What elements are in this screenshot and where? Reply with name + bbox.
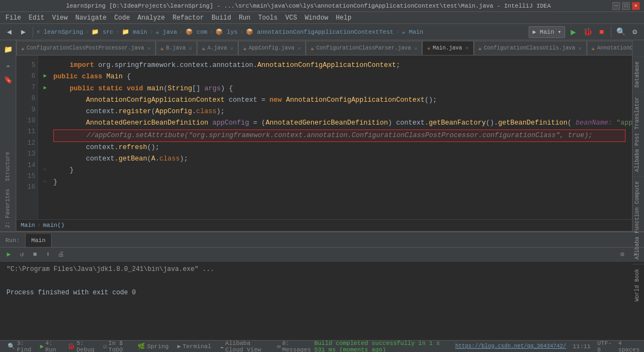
status-todo[interactable]: ☑ In $ ToDO (100, 339, 133, 353)
menu-vcs[interactable]: VCS (282, 13, 301, 23)
menu-help[interactable]: Help (332, 13, 355, 23)
tab-close-main-icon[interactable]: ✕ (465, 45, 468, 51)
stop-button[interactable]: ■ (596, 26, 608, 38)
code-line-10: AnnotatedGenericBeanDefinition appConfig… (45, 118, 626, 129)
bottom-tab-main[interactable]: Main (26, 234, 51, 247)
menu-tools[interactable]: Tools (255, 13, 281, 23)
file-tabs: ☕ ConfigurationClassPostProcessor.java ✕… (16, 40, 632, 55)
code-line-13: context.getBean(A.class); (45, 153, 626, 165)
breadcrumb-main[interactable]: Main (21, 222, 35, 229)
spring-icon: 🌿 (138, 343, 145, 350)
status-alibaba-cloud[interactable]: ☁ Alibaba Cloud View (216, 339, 271, 353)
code-line-15: ▷ } (45, 177, 626, 188)
tab-bjava[interactable]: ☕ B.java ✕ (156, 41, 197, 55)
menu-build[interactable]: Build (208, 13, 234, 23)
breadcrumb-method[interactable]: main() (43, 222, 65, 229)
main-label: 📁 main (122, 28, 147, 35)
bottom-content: "C:\Program Files\Java\jdk1.8.0_241\bin\… (0, 262, 644, 340)
menu-edit[interactable]: Edit (26, 13, 48, 23)
menu-view[interactable]: View (49, 13, 71, 23)
tab-label-b: B.java (166, 45, 185, 51)
java-file-icon-main: ☕ (427, 45, 430, 51)
scroll-end-button[interactable]: ⬇ (42, 249, 53, 260)
forward-button[interactable]: ▶ (17, 26, 29, 38)
menu-run[interactable]: Run (236, 13, 254, 23)
status-cursor[interactable]: 11:11 (573, 343, 591, 350)
menu-window[interactable]: Window (301, 13, 331, 23)
tab-appconfig[interactable]: ☕ AppConfig.java ✕ (238, 41, 306, 55)
status-messages[interactable]: ✉ 8: Messages (274, 339, 314, 353)
menu-code[interactable]: Code (111, 13, 133, 23)
sidebar-project-icon[interactable]: 📁 (1, 42, 15, 57)
settings-run-button[interactable]: ⚙ (617, 249, 628, 260)
code-content[interactable]: import org.springframework.context.annot… (38, 55, 632, 219)
status-terminal[interactable]: ▶ Terminal (174, 342, 214, 351)
status-encoding[interactable]: UTF-8 (597, 340, 611, 353)
rerun-button[interactable]: ↺ (16, 249, 27, 260)
tab-close-b-icon[interactable]: ✕ (189, 45, 192, 52)
build-status: Build completed successfully in 1 s 531 … (314, 340, 449, 353)
code-editor: 5 6 7 8 9 10 11 12 13 14 15 16 import or… (16, 55, 632, 219)
debug-button[interactable]: 🐞 (581, 26, 593, 38)
status-left: 🔍 3: Find ▶ 4: Run 🐞 5: Debug ☑ In $ ToD… (4, 339, 314, 353)
src-label: 📁 src (91, 28, 113, 35)
stop-run-button[interactable]: ■ (29, 249, 40, 260)
tab-close-appconfig-icon[interactable]: ✕ (298, 45, 301, 52)
editor-area: ☕ ConfigurationClassPostProcessor.java ✕… (16, 40, 632, 231)
sidebar-cloud-icon[interactable]: ☁ (1, 58, 15, 72)
run-process-output: Process finished with exit code 0 (7, 287, 637, 299)
status-run[interactable]: ▶ 4: Run (37, 339, 62, 353)
run-button[interactable]: ▶ (567, 26, 579, 38)
run-output-line (7, 276, 637, 288)
tab-ajava[interactable]: ☕ A.java ✕ (197, 41, 238, 55)
tab-config-post-processor[interactable]: ☕ ConfigurationClassPostProcessor.java ✕ (16, 41, 156, 55)
status-spring[interactable]: 🌿 Spring (134, 342, 172, 351)
print-button[interactable]: 🖨 (55, 249, 66, 260)
right-panel-translator[interactable]: Alibaba Post Translator (633, 92, 644, 176)
breadcrumb: Main › main() (16, 219, 632, 231)
menu-file[interactable]: File (2, 13, 24, 23)
tab-close-icon[interactable]: ✕ (147, 45, 151, 52)
right-panel-worldbook[interactable]: World Book (633, 264, 644, 306)
search-button[interactable]: 🔍 (615, 26, 627, 38)
settings-button[interactable]: ⚙ (629, 26, 641, 38)
maximize-button[interactable]: □ (622, 2, 630, 10)
sidebar-bookmark-icon[interactable]: 🔖 (1, 73, 15, 87)
line-numbers: 5 6 7 8 9 10 11 12 13 14 15 16 (16, 55, 38, 219)
run-again-button[interactable]: ▶ (3, 249, 14, 260)
status-url[interactable]: https://blog.csdn.net/qq_36434742/ (455, 343, 566, 349)
status-indent[interactable]: 4 spaces (618, 340, 640, 353)
code-line-6: ▶ public class Main { (45, 71, 626, 83)
status-debug[interactable]: 🐞 5: Debug (64, 339, 98, 353)
sidebar-favorites-icon[interactable]: 2: Favorites (4, 186, 12, 231)
right-panel-function[interactable]: Alibaba Function Compute (633, 176, 644, 264)
lys-label: 📦 lys (215, 28, 237, 35)
tab-annotationcontext[interactable]: ☕ AnnotationConfigApplicationContext.jav… (587, 41, 632, 55)
tab-close-utils-icon[interactable]: ✕ (579, 45, 582, 52)
tab-configutils[interactable]: ☕ ConfigurationClassUtils.java ✕ (474, 41, 587, 55)
debug-status-icon: 🐞 (67, 343, 75, 350)
tab-mainjava[interactable]: ☕ Main.java ✕ (422, 41, 473, 55)
nav-sep: › (85, 28, 89, 36)
messages-icon: ✉ (277, 343, 281, 350)
right-panel-database[interactable]: Database (633, 57, 644, 92)
toolbar-separator-1 (33, 27, 33, 38)
tab-close-a-icon[interactable]: ✕ (230, 45, 233, 52)
terminal-icon: ▶ (177, 343, 181, 350)
bottom-tab-run[interactable]: Run: (0, 234, 26, 247)
tab-configparser[interactable]: ☕ ConfigurationClassParser.java ✕ (306, 41, 422, 55)
back-button[interactable]: ◀ (3, 26, 15, 38)
sidebar-structure-icon[interactable]: Structure (4, 149, 12, 184)
menu-analyze[interactable]: Analyze (134, 13, 168, 23)
run-config-dropdown[interactable]: ▶ Main ▾ (529, 26, 565, 38)
tab-close-parser-icon[interactable]: ✕ (414, 45, 417, 52)
menu-bar: File Edit View Navigate Code Analyze Ref… (0, 12, 644, 24)
menu-refactor[interactable]: Refactor (169, 13, 207, 23)
status-find[interactable]: 🔍 3: Find (4, 339, 35, 353)
menu-navigate[interactable]: Navigate (72, 13, 110, 23)
window-controls[interactable]: ─ □ ✕ (612, 2, 640, 10)
toolbar-separator-2 (611, 27, 611, 38)
minimize-button[interactable]: ─ (612, 2, 620, 10)
close-button[interactable]: ✕ (632, 2, 640, 10)
java-file-icon-a: ☕ (202, 45, 205, 52)
